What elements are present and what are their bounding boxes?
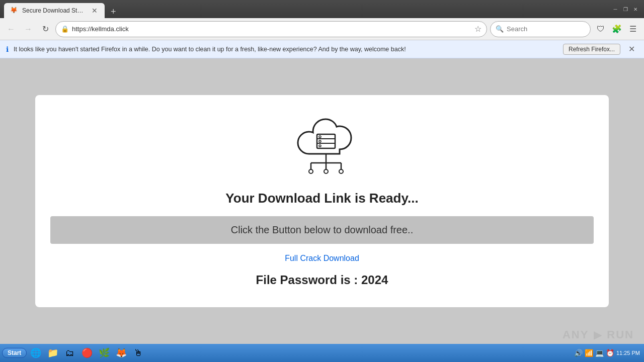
minimize-button[interactable]: ─ xyxy=(611,5,620,14)
svg-point-13 xyxy=(339,169,343,173)
start-button[interactable]: Start xyxy=(2,348,27,358)
svg-point-11 xyxy=(324,169,328,173)
file-password-text: File Password is : 2024 xyxy=(256,273,388,287)
taskbar-files[interactable]: 🗂 xyxy=(62,346,78,360)
svg-point-4 xyxy=(319,140,321,142)
restore-button[interactable]: ❒ xyxy=(621,5,630,14)
anyrun-arrow-icon: ▶ xyxy=(591,328,605,342)
cloud-server-icon xyxy=(282,115,362,180)
svg-point-3 xyxy=(319,136,321,138)
close-tab-button[interactable]: ✕ xyxy=(91,6,99,16)
tab-bar: 🦊 Secure Download Storage ✕ + xyxy=(4,0,609,18)
bookmark-star-icon[interactable]: ☆ xyxy=(474,24,481,34)
taskbar-app2[interactable]: 🌿 xyxy=(96,346,112,360)
info-message: It looks like you haven't started Firefo… xyxy=(14,46,558,53)
tray-clock-icon[interactable]: ⏰ xyxy=(606,349,614,357)
taskbar-app3[interactable]: 🖱 xyxy=(130,346,146,360)
taskbar-explorer[interactable]: 📁 xyxy=(45,346,61,360)
info-close-button[interactable]: ✕ xyxy=(625,43,638,55)
svg-point-9 xyxy=(309,169,313,173)
lock-icon: 🔒 xyxy=(61,25,69,33)
taskbar-ie[interactable]: 🌐 xyxy=(28,346,44,360)
window-controls: ─ ❒ ✕ xyxy=(611,5,640,14)
tab-favicon: 🦊 xyxy=(10,7,18,15)
info-bar: ℹ It looks like you haven't started Fire… xyxy=(0,40,644,58)
anyrun-watermark: ANY ▶ RUN xyxy=(562,328,634,342)
system-clock: 11:25 PM xyxy=(616,350,640,356)
shield-icon-button[interactable]: 🛡 xyxy=(594,22,608,36)
taskbar-app1[interactable]: 🔴 xyxy=(79,346,95,360)
title-bar: 🦊 Secure Download Storage ✕ + ─ ❒ ✕ xyxy=(0,0,644,18)
search-icon: 🔍 xyxy=(496,25,504,33)
tab-title: Secure Download Storage xyxy=(22,7,87,14)
browser-tab[interactable]: 🦊 Secure Download Storage ✕ xyxy=(4,3,105,18)
forward-button[interactable]: → xyxy=(21,22,35,36)
address-bar[interactable]: 🔒 ☆ xyxy=(55,21,487,37)
tray-volume-icon[interactable]: 🔊 xyxy=(574,349,583,357)
page-content: Your Download Link is Ready... Click the… xyxy=(0,58,644,344)
svg-rect-0 xyxy=(317,134,335,148)
tray-battery-icon[interactable]: 💻 xyxy=(595,349,604,357)
anyrun-any-text: ANY xyxy=(562,328,589,341)
search-bar[interactable]: 🔍 xyxy=(490,21,591,37)
address-input[interactable] xyxy=(72,25,471,33)
info-icon: ℹ xyxy=(6,45,9,53)
new-tab-button[interactable]: + xyxy=(107,6,120,18)
anyrun-run-text: RUN xyxy=(607,328,634,341)
reload-button[interactable]: ↻ xyxy=(38,22,52,36)
svg-point-5 xyxy=(319,145,321,147)
taskbar: Start 🌐 📁 🗂 🔴 🌿 🦊 🖱 🔊 📶 💻 ⏰ 11:25 PM xyxy=(0,344,644,362)
refresh-firefox-button[interactable]: Refresh Firefox... xyxy=(563,44,620,55)
content-card: Your Download Link is Ready... Click the… xyxy=(35,95,609,307)
menu-button[interactable]: ☰ xyxy=(626,22,640,36)
download-ready-heading: Your Download Link is Ready... xyxy=(225,191,418,206)
full-crack-link[interactable]: Full Crack Download xyxy=(285,254,359,263)
download-button[interactable]: Click the Button below to download free.… xyxy=(50,216,594,244)
system-tray: 🔊 📶 💻 ⏰ 11:25 PM xyxy=(572,349,642,357)
toolbar-icons: 🛡 🧩 ☰ xyxy=(594,22,640,36)
taskbar-firefox[interactable]: 🦊 xyxy=(113,346,129,360)
back-button[interactable]: ← xyxy=(4,22,18,36)
extensions-button[interactable]: 🧩 xyxy=(610,22,624,36)
navigation-bar: ← → ↻ 🔒 ☆ 🔍 🛡 🧩 ☰ xyxy=(0,18,644,40)
search-input[interactable] xyxy=(507,25,591,33)
close-button[interactable]: ✕ xyxy=(631,5,640,14)
tray-network-icon[interactable]: 📶 xyxy=(585,349,593,357)
